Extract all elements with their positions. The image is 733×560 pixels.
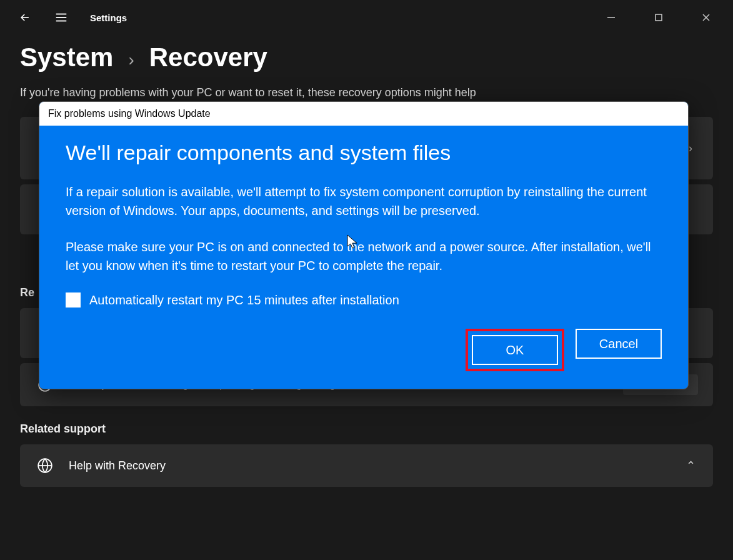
auto-restart-checkbox[interactable] — [66, 292, 81, 308]
breadcrumb-recovery: Recovery — [149, 42, 267, 72]
chevron-up-icon: ⌃ — [683, 459, 698, 472]
intro-text: If you're having problems with your PC o… — [20, 86, 713, 99]
globe-icon — [35, 456, 55, 476]
ok-button[interactable]: OK — [472, 335, 558, 365]
back-button[interactable] — [12, 5, 37, 30]
dialog-paragraph-2: Please make sure your PC is on and conne… — [66, 238, 662, 275]
hamburger-menu-button[interactable] — [49, 5, 74, 30]
svg-rect-4 — [656, 14, 662, 21]
minimize-button[interactable] — [597, 8, 626, 28]
breadcrumb-system[interactable]: System — [20, 42, 113, 72]
titlebar: Settings — [0, 0, 733, 35]
app-title: Settings — [90, 12, 127, 23]
help-with-recovery-card[interactable]: Help with Recovery ⌃ — [20, 444, 713, 487]
auto-restart-label: Automatically restart my PC 15 minutes a… — [89, 293, 399, 308]
dialog-paragraph-1: If a repair solution is available, we'll… — [66, 182, 662, 220]
section-header-related-support: Related support — [20, 422, 713, 436]
close-button[interactable] — [692, 8, 721, 28]
cancel-button[interactable]: Cancel — [576, 329, 662, 359]
maximize-button[interactable] — [644, 8, 673, 28]
fix-problems-dialog: Fix problems using Windows Update We'll … — [39, 101, 689, 389]
help-with-recovery-label: Help with Recovery — [69, 459, 669, 472]
chevron-right-icon: › — [128, 50, 134, 70]
dialog-heading: We'll repair components and system files — [66, 141, 662, 165]
dialog-title: Fix problems using Windows Update — [39, 102, 688, 126]
breadcrumb: System › Recovery — [20, 42, 713, 72]
ok-highlight-annotation: OK — [466, 329, 564, 371]
